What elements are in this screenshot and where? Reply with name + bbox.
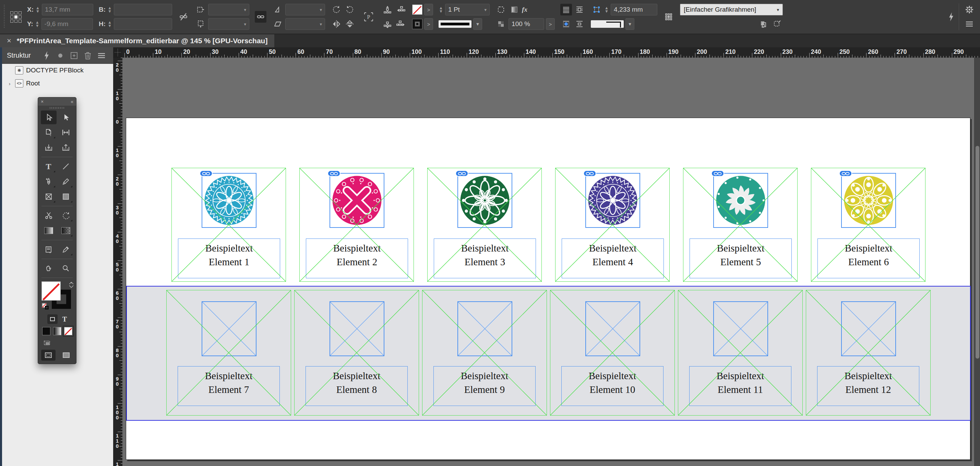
vertical-scrollbar-thumb[interactable] [975,146,979,359]
select-content-left-button[interactable] [395,4,407,16]
text-frame-6[interactable]: BeispieltextElement 6 [818,238,920,278]
formatting-affects-text-button[interactable]: T [62,315,67,323]
note-tool[interactable] [41,243,57,256]
text-wrap-object-button[interactable] [560,18,572,30]
gpu-lightning-icon[interactable] [945,11,957,22]
link-badge-icon[interactable] [839,170,852,177]
tools-panel-titlebar[interactable]: × « [38,97,76,106]
x-input[interactable]: 13,7 mm [42,4,93,16]
ruler-corner[interactable] [113,47,123,57]
stroke-weight-select[interactable]: 1 Pt▾ [445,4,490,16]
apply-color-button[interactable] [42,327,50,335]
link-badge-icon[interactable] [711,170,724,177]
rotation-angle-input[interactable]: ▾ [285,4,325,16]
free-transform-tool[interactable] [58,209,74,222]
text-frame-4[interactable]: BeispieltextElement 4 [562,238,664,278]
graphic-frame-4[interactable]: BeispieltextElement 4 [555,168,670,282]
flip-vertical-button[interactable] [344,18,356,30]
graphic-frame-9[interactable]: BeispieltextElement 9 [422,290,547,416]
text-wrap-off-button[interactable] [560,4,572,16]
width-input[interactable] [114,4,172,16]
stroke-style-select[interactable] [439,20,471,28]
frame-tool[interactable] [41,190,57,203]
image-frame-3[interactable] [457,173,512,228]
tools-collapse-icon[interactable]: « [71,99,73,104]
chevron-right-icon[interactable]: › [7,81,12,86]
structure-trash-icon[interactable] [81,51,95,60]
graphic-frame-12[interactable]: BeispieltextElement 12 [806,290,931,416]
vertical-scrollbar[interactable] [974,57,980,466]
line-tool[interactable] [58,160,74,173]
corner-style-select[interactable] [591,20,624,28]
pencil-tool[interactable] [58,175,74,188]
link-badge-icon[interactable] [583,170,596,177]
height-stepper[interactable]: ▲▼ [107,21,112,27]
break-link-style-button[interactable] [771,18,783,30]
gradient-feather-tool[interactable] [58,224,74,238]
text-frame-10[interactable]: BeispieltextElement 10 [561,366,663,406]
link-badge-icon[interactable] [200,170,213,177]
constrain-broken-icon[interactable] [178,11,189,22]
opacity-input[interactable]: 100 % [509,18,544,30]
frame-fitting-icon[interactable] [663,11,675,22]
gradient-tool[interactable] [41,224,57,238]
tools-close-icon[interactable]: × [41,99,43,104]
text-frame-8[interactable]: BeispieltextElement 8 [305,366,408,406]
structure-add-icon[interactable] [67,51,81,60]
structure-menu-icon[interactable] [95,51,108,60]
text-frame-1[interactable]: BeispieltextElement 1 [178,238,280,278]
rotate-ccw-button[interactable] [331,4,342,16]
gear-icon[interactable] [964,4,975,16]
text-frame-5[interactable]: BeispieltextElement 5 [690,238,792,278]
corner-radius-stepper[interactable]: ▲▼ [604,6,609,13]
graphic-frame-7[interactable]: BeispieltextElement 7 [166,290,291,416]
shear-angle-input[interactable]: ▾ [285,18,325,30]
flip-horizontal-button[interactable] [331,18,342,30]
text-frame-7[interactable]: BeispieltextElement 7 [178,366,280,406]
eyedropper-tool[interactable] [58,243,74,256]
y-stepper[interactable]: ▲▼ [35,21,40,27]
graphic-frame-8[interactable]: BeispieltextElement 8 [294,290,419,416]
structure-item-root[interactable]: ›<>Root [2,77,113,90]
stroke-swatch-menu[interactable]: > [424,4,433,16]
text-wrap-bounding-button[interactable] [574,4,585,16]
height-input[interactable] [114,18,172,30]
fill-none-proxy-swatch[interactable] [41,281,61,301]
link-scale-icon[interactable] [255,11,266,22]
text-wrap-jump-button[interactable] [574,18,585,30]
y-input[interactable]: -9,6 mm [41,18,93,30]
panel-grip[interactable] [2,5,8,29]
default-fill-stroke-icon[interactable] [41,303,49,310]
view-options-icon[interactable] [43,337,54,349]
graphic-frame-1[interactable]: BeispieltextElement 1 [172,168,286,282]
image-frame-6[interactable] [841,173,896,228]
canvas-viewport[interactable]: BeispieltextElement 1BeispieltextElement… [123,57,980,466]
apply-gradient-button[interactable] [53,327,61,335]
select-content-up-button[interactable] [382,4,393,16]
opacity-menu[interactable]: > [546,18,555,30]
rotate-cw-button[interactable] [344,4,356,16]
corner-options-icon[interactable] [591,4,603,16]
text-frame-2[interactable]: BeispieltextElement 2 [306,238,408,278]
graphic-frame-2[interactable]: BeispieltextElement 2 [299,168,414,282]
control-panel-menu-icon[interactable] [964,18,975,30]
empty-image-frame-9[interactable] [457,301,512,356]
fill-swatch-menu[interactable]: > [424,18,433,30]
rectangle-tool[interactable] [58,190,74,203]
image-frame-4[interactable] [585,173,640,228]
image-frame-1[interactable] [202,173,256,228]
content-collector-tool[interactable] [41,141,57,155]
fill-black-swatch[interactable] [412,19,422,29]
structure-dot-icon[interactable] [54,52,67,59]
text-frame-9[interactable]: BeispieltextElement 9 [433,366,536,406]
reference-point-proxy[interactable] [10,11,22,22]
pen-tool[interactable] [41,175,57,188]
empty-image-frame-12[interactable] [841,301,896,356]
graphic-frame-5[interactable]: BeispieltextElement 5 [683,168,797,282]
select-target-icon[interactable]: P [361,9,376,24]
graphic-frame-10[interactable]: BeispieltextElement 10 [550,290,675,416]
text-frame-11[interactable]: BeispieltextElement 11 [689,366,791,406]
empty-image-frame-8[interactable] [329,301,384,356]
document-page[interactable]: BeispieltextElement 1BeispieltextElement… [126,118,970,460]
graphic-frame-11[interactable]: BeispieltextElement 11 [678,290,803,416]
